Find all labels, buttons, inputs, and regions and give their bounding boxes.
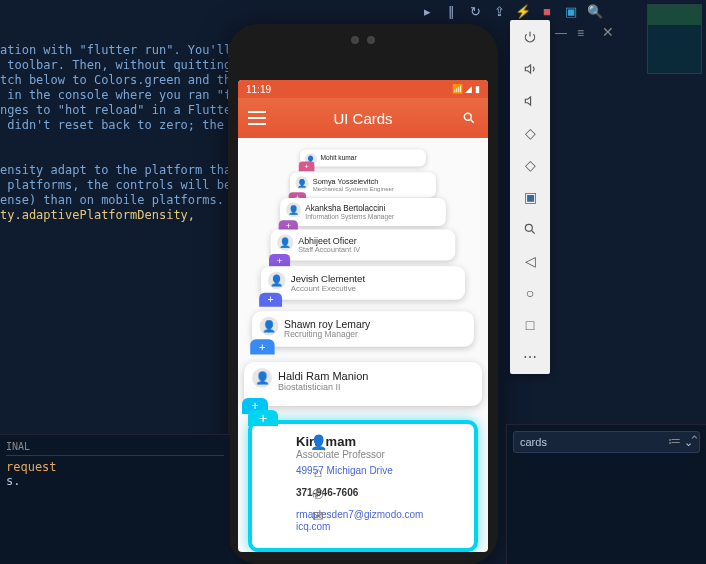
camera-icon[interactable]: ▣ <box>521 188 539 206</box>
inspector-icon[interactable]: 🔍 <box>588 4 602 18</box>
volume-up-icon[interactable] <box>521 60 539 78</box>
emulator-device: 11:19 📶 ◢ ▮ UI Cards 👤 Mohit kumar + 👤 S… <box>228 24 498 564</box>
search-icon[interactable] <box>460 111 478 125</box>
contact-card[interactable]: 👤 Somya Yosselevitch Mechanical Systems … <box>290 172 436 197</box>
avatar-icon: 👤 <box>295 176 308 189</box>
card-stack[interactable]: 👤 Mohit kumar + 👤 Somya Yosselevitch Mec… <box>238 138 488 552</box>
rotate-left-icon[interactable]: ◇ <box>521 124 539 142</box>
app-title: UI Cards <box>266 110 460 127</box>
volume-down-icon[interactable] <box>521 92 539 110</box>
emulator-window-controls: — ≡ <box>555 26 584 40</box>
plus-icon[interactable]: + <box>259 293 282 307</box>
devtools-icon[interactable]: ▣ <box>564 4 578 18</box>
person-icon: 👤 <box>308 434 328 450</box>
avatar-icon: 👤 <box>277 234 293 250</box>
contact-card[interactable]: 👤 Haldi Ram Manion Biostatistician II + <box>244 362 482 406</box>
svg-point-2 <box>525 224 532 231</box>
back-icon[interactable]: ◁ <box>521 252 539 270</box>
svg-line-1 <box>471 120 474 123</box>
list-icon[interactable]: ≔ <box>668 433 681 448</box>
avatar-icon: 👤 <box>252 368 272 388</box>
contact-card[interactable]: 👤 Mohit kumar + <box>300 150 426 167</box>
restart-icon[interactable]: ↻ <box>468 4 482 18</box>
debug-start-icon[interactable]: ▸ <box>420 4 434 18</box>
phone-icon: ✆ <box>308 486 328 502</box>
hamburger-icon[interactable] <box>248 111 266 125</box>
contact-card-expanded[interactable]: + 👤 Kirti mam Associate Professor ⌂ 4995… <box>248 420 478 552</box>
hot-reload-icon[interactable]: ⚡ <box>516 4 530 18</box>
home-icon: ⌂ <box>308 464 328 480</box>
status-icons: 📶 ◢ ▮ <box>452 84 480 94</box>
step-over-icon[interactable]: ⇪ <box>492 4 506 18</box>
power-icon[interactable] <box>521 28 539 46</box>
contact-card[interactable]: 👤 Akanksha Bertolaccini Information Syst… <box>280 198 446 226</box>
phone-notch <box>351 36 375 44</box>
contact-card[interactable]: 👤 Shawn roy Lemary Recruiting Manager + <box>252 311 474 347</box>
terminal-panel[interactable]: INAL request s. <box>0 434 230 564</box>
avatar-icon: 👤 <box>286 202 301 217</box>
avatar-icon: 👤 <box>268 272 286 290</box>
plus-icon[interactable]: + <box>248 410 278 426</box>
minimap-thumbnail <box>647 4 702 74</box>
zoom-icon[interactable] <box>521 220 539 238</box>
mail-icon: ✉ <box>308 508 328 524</box>
app-bar: UI Cards <box>238 98 488 138</box>
minimize-icon[interactable]: — <box>555 26 567 40</box>
devices-panel: cards ⌄ ≔ ⌃ <box>506 424 706 564</box>
rotate-right-icon[interactable]: ◇ <box>521 156 539 174</box>
plus-icon[interactable]: + <box>250 339 274 354</box>
stop-icon[interactable]: ■ <box>540 4 554 18</box>
chevron-up-icon[interactable]: ⌃ <box>689 433 700 448</box>
status-bar: 11:19 📶 ◢ ▮ <box>238 80 488 98</box>
home-nav-icon[interactable]: ○ <box>521 284 539 302</box>
plus-icon[interactable]: + <box>299 162 315 172</box>
contact-card[interactable]: 👤 Abhijeet Oficer Staff Accountant IV + <box>271 230 456 261</box>
close-icon[interactable]: ✕ <box>602 24 614 40</box>
svg-point-0 <box>464 113 471 120</box>
terminal-tab[interactable]: INAL <box>6 441 224 456</box>
svg-line-3 <box>532 231 535 234</box>
emulator-toolbar: ◇ ◇ ▣ ◁ ○ □ ⋯ <box>510 20 550 374</box>
menu-icon[interactable]: ≡ <box>577 26 584 40</box>
plus-icon[interactable]: + <box>269 254 290 267</box>
overview-icon[interactable]: □ <box>521 316 539 334</box>
more-icon[interactable]: ⋯ <box>521 348 539 366</box>
pause-icon[interactable]: ‖ <box>444 4 458 18</box>
editor-code: ation with "flutter run". You'll se tool… <box>0 28 230 223</box>
status-time: 11:19 <box>246 84 271 95</box>
phone-screen: 11:19 📶 ◢ ▮ UI Cards 👤 Mohit kumar + 👤 S… <box>238 80 488 552</box>
avatar-icon: 👤 <box>260 317 279 336</box>
contact-card[interactable]: 👤 Jevish Clementet Account Executive + <box>261 266 465 299</box>
ide-toolbar: ▸ ‖ ↻ ⇪ ⚡ ■ ▣ 🔍 <box>420 4 602 18</box>
